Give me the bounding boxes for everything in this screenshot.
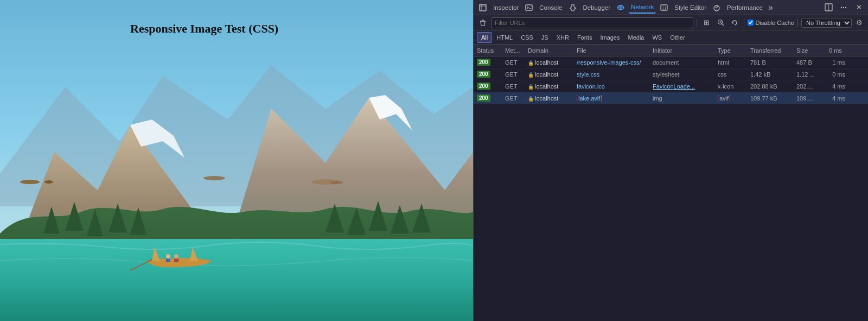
initiator-cell: stylesheet (649, 71, 714, 78)
domain-cell: 🔒localhost (525, 59, 573, 66)
filter-tab-css[interactable]: CSS (517, 32, 537, 43)
debugger-tab[interactable]: Debugger (581, 2, 613, 14)
size-cell: 1.12 ... (793, 71, 826, 78)
more-tools-icon[interactable]: » (766, 3, 775, 12)
col-header-initiator[interactable]: Initiator (649, 47, 714, 54)
file-cell: /responsive-images-css/ (573, 59, 649, 66)
network-requests-list: 200 GET 🔒localhost /responsive-images-cs… (474, 56, 868, 321)
debugger-icon[interactable] (566, 2, 580, 14)
filter-tab-ws[interactable]: WS (648, 32, 666, 43)
initiator-cell: document (649, 59, 714, 66)
type-cell: css (714, 71, 747, 78)
type-cell: avif (714, 95, 747, 102)
style-editor-tab[interactable]: Style Editor (672, 2, 709, 14)
console-icon[interactable] (522, 2, 536, 14)
filter-tab-js[interactable]: JS (538, 32, 552, 43)
file-cell: style.css (573, 71, 649, 78)
lock-icon: 🔒 (528, 60, 534, 66)
col-header-time[interactable]: 0 ms (826, 47, 868, 54)
initiator-link[interactable]: FaviconLoade... (653, 83, 695, 90)
throttle-select[interactable]: No Throttling (801, 18, 852, 28)
status-cell: 200 (474, 71, 502, 78)
performance-tab[interactable]: Performance (725, 2, 765, 14)
filter-tab-other[interactable]: Other (666, 32, 689, 43)
console-tab[interactable]: Console (537, 2, 564, 14)
settings-icon[interactable]: ⚙ (854, 17, 865, 28)
filter-tab-xhr[interactable]: XHR (553, 32, 573, 43)
transferred-cell: 109.77 kB (747, 95, 793, 102)
svg-text:{}: {} (662, 6, 666, 10)
col-header-domain[interactable]: Domain (525, 47, 573, 54)
status-cell: 200 (474, 95, 502, 102)
separator3 (797, 19, 798, 27)
filter-tab-html[interactable]: HTML (493, 32, 516, 43)
col-header-size[interactable]: Size (793, 47, 826, 54)
svg-point-17 (20, 180, 40, 184)
type-highlighted: avif (718, 95, 730, 102)
status-badge: 200 (477, 83, 490, 90)
filter-tabs-bar: All HTML CSS JS XHR Fonts Images Media W… (474, 30, 868, 45)
svg-point-20 (174, 254, 178, 259)
svg-rect-27 (480, 4, 486, 11)
close-devtools-icon[interactable]: ✕ (852, 2, 866, 14)
svg-point-43 (841, 7, 842, 8)
zoom-in-icon[interactable] (714, 17, 726, 28)
method-cell: GET (502, 71, 525, 78)
method-cell: GET (502, 59, 525, 66)
columns-toggle[interactable]: ⊞ (700, 17, 712, 28)
webpage-panel: Responsive Image Test (CSS) (0, 0, 473, 321)
devtools-panel: Inspector Console Debugger (473, 0, 868, 321)
svg-point-44 (843, 7, 844, 8)
status-badge: 200 (477, 95, 490, 102)
performance-icon[interactable] (710, 2, 724, 14)
col-header-transferred[interactable]: Transferred (747, 47, 793, 54)
column-headers: Status Met... Domain File Initiator Type… (474, 45, 868, 56)
svg-point-45 (845, 7, 846, 8)
col-header-type[interactable]: Type (714, 47, 747, 54)
svg-rect-22 (174, 259, 178, 262)
dock-icon[interactable] (821, 2, 835, 14)
size-cell: 109.... (793, 95, 826, 102)
status-cell: 200 (474, 59, 502, 66)
style-editor-icon[interactable]: {} (657, 2, 671, 14)
clear-requests-button[interactable] (477, 17, 489, 28)
type-cell: html (714, 59, 747, 66)
filter-tab-fonts[interactable]: Fonts (573, 32, 596, 43)
svg-point-18 (44, 180, 53, 184)
reload-icon[interactable] (729, 17, 741, 28)
file-cell: favicon.ico (573, 83, 649, 90)
more-options-icon[interactable] (837, 2, 851, 14)
status-badge: 200 (477, 71, 490, 78)
network-tab[interactable]: Network (629, 2, 656, 14)
filter-tab-all[interactable]: All (477, 32, 492, 43)
method-cell: GET (502, 95, 525, 102)
filter-tab-images[interactable]: Images (596, 32, 623, 43)
disable-cache-checkbox[interactable]: Disable Cache (748, 20, 794, 26)
svg-rect-21 (166, 259, 170, 262)
col-header-status[interactable]: Status (474, 47, 502, 54)
separator (697, 19, 697, 27)
filter-tab-media[interactable]: Media (624, 32, 648, 43)
svg-point-19 (166, 254, 170, 259)
col-header-file[interactable]: File (573, 47, 649, 54)
transferred-cell: 202.88 kB (747, 83, 793, 90)
inspector-tab[interactable]: Inspector (491, 2, 521, 14)
size-cell: 202.... (793, 83, 826, 90)
col-header-method[interactable]: Met... (502, 47, 525, 54)
inspect-element-icon[interactable] (476, 2, 490, 14)
size-cell: 487 B (793, 59, 826, 66)
separator2 (744, 19, 744, 27)
table-row[interactable]: 200 GET 🔒localhost /responsive-images-cs… (474, 56, 868, 68)
table-row[interactable]: 200 GET 🔒localhost favicon.ico FaviconLo… (474, 80, 868, 92)
table-row[interactable]: 200 GET 🔒localhost lake.avif img avif 10… (474, 92, 868, 104)
network-icon[interactable] (614, 2, 628, 14)
svg-line-39 (717, 6, 718, 8)
svg-line-48 (722, 24, 724, 26)
method-cell: GET (502, 83, 525, 90)
file-highlighted: lake.avif (577, 95, 602, 102)
table-row[interactable]: 200 GET 🔒localhost style.css stylesheet … (474, 68, 868, 80)
time-cell: 1 ms (826, 59, 847, 66)
time-cell: 4 ms (826, 95, 847, 102)
time-cell: 0 ms (826, 71, 847, 78)
filter-urls-input[interactable] (491, 17, 693, 28)
